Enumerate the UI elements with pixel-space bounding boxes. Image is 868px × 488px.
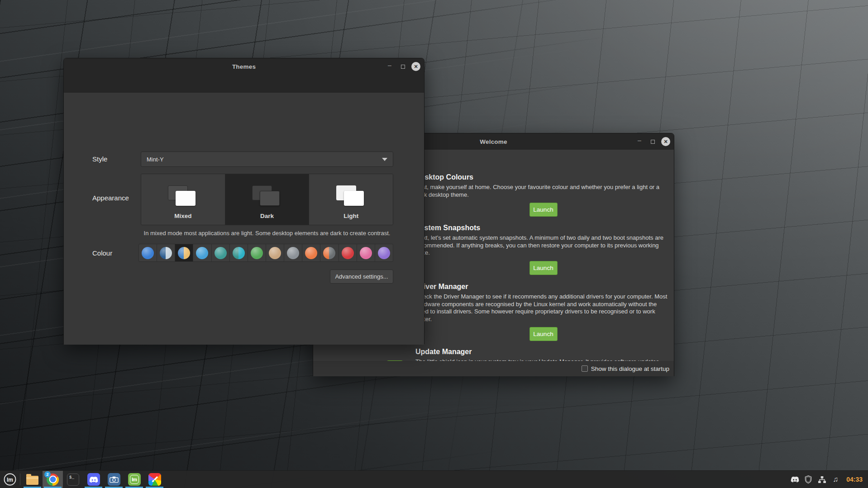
files-folder-icon — [26, 476, 38, 485]
colour-label: Colour — [92, 249, 112, 257]
colour-swatch-blue-sand[interactable] — [175, 244, 193, 261]
section-body: First, make yourself at home. Choose you… — [415, 184, 671, 199]
launch-button-desktop-colours[interactable]: Launch — [529, 203, 558, 217]
section-desktop-colours: Desktop Colours First, make yourself at … — [415, 173, 671, 217]
colour-swatch-orange[interactable] — [302, 244, 320, 261]
taskbar-terminal-button[interactable]: $_ — [63, 471, 83, 488]
music-icon[interactable]: ♫ — [831, 475, 840, 484]
style-dropdown[interactable]: Mint-Y — [141, 152, 393, 167]
network-icon[interactable] — [817, 475, 826, 484]
colour-swatch-orange-grey[interactable] — [320, 244, 339, 261]
taskbar-clock[interactable]: 04:33 — [846, 476, 863, 483]
taskbar-software-manager-button[interactable]: lm — [124, 471, 144, 488]
close-button[interactable]: ✕ — [661, 137, 670, 146]
startup-checkbox-label[interactable]: Show this dialogue at startup — [591, 365, 669, 372]
launch-button-system-snapshots[interactable]: Launch — [529, 261, 558, 275]
chevron-down-icon — [382, 158, 387, 161]
section-heading: Update Manager — [415, 348, 671, 356]
appearance-label: Appearance — [92, 194, 129, 202]
minimize-button[interactable]: – — [385, 62, 394, 71]
colour-swatch-red[interactable] — [339, 244, 357, 261]
colour-swatch-grey[interactable] — [284, 244, 302, 261]
colour-swatch-purple[interactable] — [375, 244, 393, 261]
section-heading: Driver Manager — [415, 283, 671, 291]
chrome-notification-badge: 2 — [44, 471, 51, 478]
colour-swatch-sand[interactable] — [266, 244, 284, 261]
section-body: Check the Driver Manager to see if it re… — [415, 293, 671, 323]
themes-window-title: Themes — [232, 63, 256, 70]
colour-swatch-teal-mixed[interactable] — [230, 244, 248, 261]
advanced-settings-button[interactable]: Advanced settings... — [330, 270, 393, 284]
mixed-mode-icon — [168, 185, 198, 208]
maximize-icon — [651, 140, 655, 144]
themes-titlebar[interactable]: Themes – ✕ — [64, 58, 424, 75]
update-manager-shield-icon — [385, 360, 405, 361]
dark-mode-icon — [252, 185, 282, 208]
appearance-option-mixed[interactable]: Mixed — [141, 174, 225, 225]
mixed-mode-hint: In mixed mode most applications are ligh… — [141, 230, 393, 237]
startup-checkbox[interactable] — [582, 365, 588, 372]
colour-swatch-green[interactable] — [248, 244, 266, 261]
themes-content: Style Mint-Y Appearance Mixed Dark Light… — [64, 93, 424, 345]
taskbar-files-button[interactable] — [22, 471, 43, 488]
svg-text:lm: lm — [7, 477, 13, 483]
discord-icon — [87, 473, 100, 486]
maximize-button[interactable] — [398, 62, 407, 71]
welcome-footer: Show this dialogue at startup — [313, 361, 674, 376]
taskbar-separator — [20, 474, 20, 485]
section-system-snapshots: System Snapshots Next, let's set automat… — [415, 224, 671, 275]
taskbar-chrome-button[interactable]: 2 — [43, 471, 63, 488]
system-tray: ♫ 04:33 — [790, 475, 868, 484]
screenshot-tool-icon — [108, 473, 120, 486]
mint-menu-button[interactable]: lm — [0, 471, 20, 488]
section-update-manager: Update Manager The little shield icon in… — [415, 348, 671, 361]
colour-swatch-teal[interactable] — [212, 244, 230, 261]
taskbar-discord-button[interactable] — [83, 471, 104, 488]
colour-swatch-pink[interactable] — [357, 244, 375, 261]
welcome-window-title: Welcome — [480, 138, 507, 145]
section-heading: System Snapshots — [415, 224, 671, 232]
update-shield-icon[interactable] — [804, 475, 813, 484]
terminal-icon: $_ — [67, 474, 79, 486]
taskbar-app-strip: 2 $_ — [22, 471, 165, 488]
taskbar-screenshot-button[interactable] — [104, 471, 124, 488]
colour-swatch-blue-mixed[interactable] — [157, 244, 175, 261]
launch-button-driver-manager[interactable]: Launch — [529, 327, 558, 341]
appearance-option-light[interactable]: Light — [309, 174, 393, 225]
taskbar: lm 2 $_ — [0, 470, 868, 488]
colour-swatch-bar — [138, 244, 393, 262]
maximize-icon — [401, 65, 405, 69]
style-dropdown-value: Mint-Y — [147, 156, 164, 163]
maximize-button[interactable] — [648, 137, 657, 146]
themes-window[interactable]: Themes – ✕ Style Mint-Y Appearance Mixed… — [63, 58, 424, 344]
appearance-option-dark[interactable]: Dark — [225, 174, 310, 225]
close-button[interactable]: ✕ — [411, 62, 420, 71]
section-body: The little shield icon in your system tr… — [415, 358, 671, 361]
discord-tray-icon[interactable] — [790, 475, 799, 484]
mint-logo-icon: lm — [3, 473, 17, 486]
taskbar-drawing-button[interactable] — [144, 471, 165, 488]
minimize-button[interactable]: – — [635, 137, 644, 146]
themes-header-area — [64, 75, 424, 93]
light-mode-icon — [336, 185, 366, 208]
section-heading: Desktop Colours — [415, 173, 671, 181]
section-body: Next, let's set automatic system snapsho… — [415, 234, 671, 257]
colour-swatch-blue[interactable] — [139, 244, 157, 261]
colour-swatch-light-blue[interactable] — [193, 244, 211, 261]
software-manager-icon: lm — [128, 473, 141, 486]
section-driver-manager: Driver Manager Check the Driver Manager … — [415, 283, 671, 341]
drawing-app-icon — [148, 473, 161, 486]
appearance-options: Mixed Dark Light — [141, 174, 393, 225]
style-label: Style — [92, 155, 107, 163]
